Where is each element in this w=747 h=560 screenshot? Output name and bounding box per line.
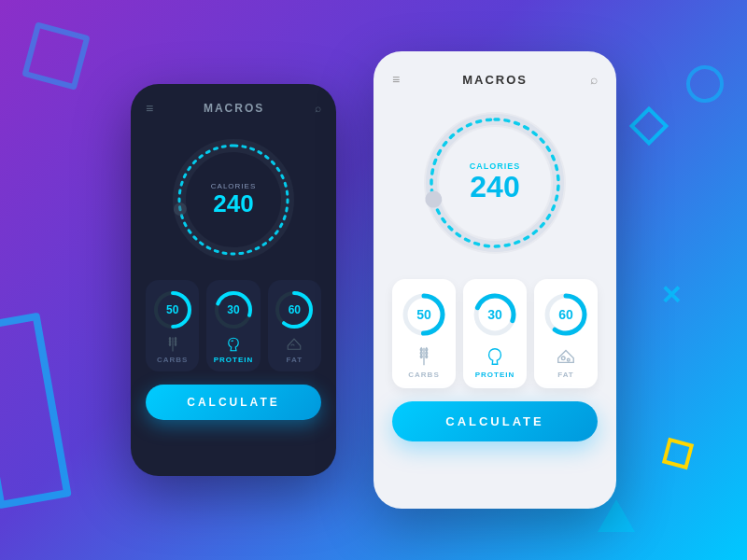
dark-fat-icon xyxy=(286,336,303,353)
svg-point-22 xyxy=(567,358,570,361)
light-phone-header: ≡ MACROS ⌕ xyxy=(392,72,598,87)
light-calories-value: 240 xyxy=(470,171,521,203)
dark-protein-card[interactable]: 30 PROTEIN xyxy=(206,280,260,371)
dark-macro-cards: 50 CARBS 30 xyxy=(146,280,321,371)
dark-carbs-value: 50 xyxy=(166,303,178,316)
dark-carbs-label: CARBS xyxy=(157,356,188,364)
light-search-icon[interactable]: ⌕ xyxy=(590,72,598,87)
light-macro-cards: 50 CARBS 30 xyxy=(392,279,598,388)
light-calories-center: CALORIES 240 xyxy=(470,161,521,203)
dark-fat-card[interactable]: 60 FAT xyxy=(268,280,321,371)
dark-calories-value: 240 xyxy=(211,190,256,217)
light-fat-icon xyxy=(556,346,576,367)
dark-calories-ring: CALORIES 240 xyxy=(168,134,299,265)
light-carbs-value: 50 xyxy=(416,307,431,322)
light-carbs-icon xyxy=(414,346,434,367)
dark-menu-icon[interactable]: ≡ xyxy=(146,101,153,116)
light-calculate-button[interactable]: CALCULATE xyxy=(392,401,598,441)
light-protein-card[interactable]: 30 PROTEIN xyxy=(463,279,527,388)
dark-fat-value: 60 xyxy=(289,303,301,316)
dark-carbs-card[interactable]: 50 CARBS xyxy=(146,280,199,371)
svg-point-21 xyxy=(561,357,565,360)
dark-search-icon[interactable]: ⌕ xyxy=(315,102,321,115)
dark-protein-label: PROTEIN xyxy=(214,356,254,364)
light-protein-label: PROTEIN xyxy=(475,371,515,379)
light-calories-ring: CALORIES 240 xyxy=(416,104,574,262)
dark-protein-value: 30 xyxy=(227,303,239,316)
light-phone: ≡ MACROS ⌕ CALORIES 240 xyxy=(374,51,616,509)
light-fat-value: 60 xyxy=(558,307,573,322)
light-fat-ring: 60 xyxy=(542,290,590,339)
dark-protein-ring: 30 xyxy=(213,289,254,330)
dark-calculate-button[interactable]: CALCULATE xyxy=(146,385,321,420)
phones-container: ≡ MACROS ⌕ CALORIES 240 xyxy=(0,0,747,560)
light-fat-card[interactable]: 60 FAT xyxy=(534,279,598,388)
light-carbs-ring: 50 xyxy=(400,290,448,339)
dark-phone-title: MACROS xyxy=(204,102,264,115)
dark-protein-icon xyxy=(225,336,242,353)
dark-carbs-ring: 50 xyxy=(152,289,193,330)
dark-calories-center: CALORIES 240 xyxy=(211,182,256,217)
light-protein-value: 30 xyxy=(487,307,502,322)
dark-fat-label: FAT xyxy=(287,356,303,364)
light-protein-icon xyxy=(485,346,505,367)
light-protein-ring: 30 xyxy=(471,290,519,339)
dark-fat-ring: 60 xyxy=(274,289,315,330)
light-phone-title: MACROS xyxy=(462,73,528,87)
dark-phone: ≡ MACROS ⌕ CALORIES 240 xyxy=(131,84,336,476)
dark-phone-header: ≡ MACROS ⌕ xyxy=(146,101,321,116)
light-menu-icon[interactable]: ≡ xyxy=(392,72,400,87)
light-fat-label: FAT xyxy=(557,371,574,379)
light-carbs-label: CARBS xyxy=(408,371,439,379)
dark-carbs-icon xyxy=(164,336,181,353)
light-carbs-card[interactable]: 50 CARBS xyxy=(392,279,456,388)
